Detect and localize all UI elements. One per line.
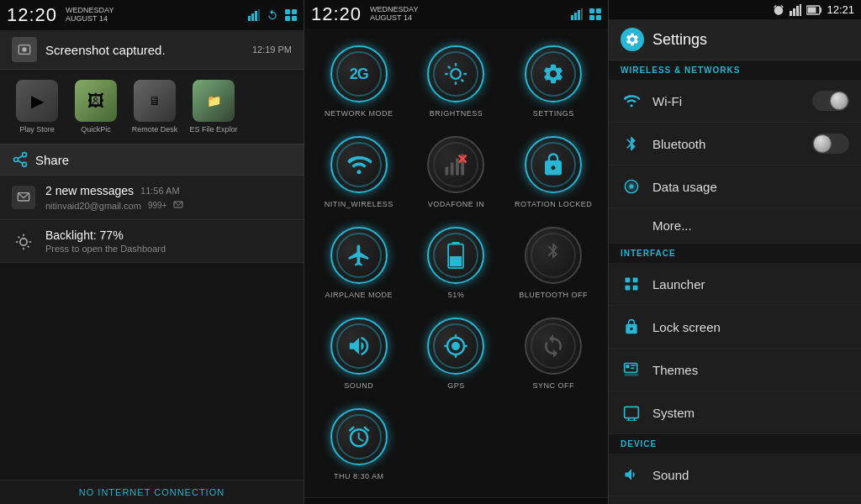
status-bar-2: 12:20 WEDNESDAY AUGUST 14 [304, 0, 608, 29]
svg-rect-3 [258, 9, 260, 21]
wifi-toggle[interactable] [812, 91, 849, 111]
tile-label-battery: 51% [448, 291, 465, 299]
tile-settings[interactable]: SETTINGS [505, 37, 601, 126]
app-icon-remotedesk[interactable]: 🖥 Remote Desk [129, 80, 180, 134]
messages-notification[interactable]: 2 new messages 11:56 AM nitinvaid20@gmai… [0, 176, 304, 220]
tile-circle-battery [427, 227, 484, 284]
svg-rect-2 [255, 11, 257, 21]
notification-panel: 12:20 WEDNESDAY AUGUST 14 [0, 0, 304, 504]
section-wireless-label: WIRELESS & NETWORKS [621, 66, 740, 75]
settings-title: Settings [652, 31, 707, 49]
tile-vodafone[interactable]: VODAFONE IN [409, 128, 504, 217]
tile-circle-rotation [525, 136, 582, 193]
sound-label: Sound [652, 468, 849, 482]
svg-rect-62 [626, 365, 629, 368]
playstore-label: Play Store [19, 125, 55, 134]
settings-header: Settings [609, 19, 861, 60]
wifi-label: Wi-Fi [652, 94, 802, 108]
inner-ring-network: 2G [336, 51, 382, 97]
settings-item-data[interactable]: Data usage [609, 165, 861, 208]
date-1: AUGUST 14 [66, 15, 114, 24]
inner-ring-alarm [336, 414, 382, 459]
settings-item-display[interactable]: Display [609, 496, 861, 504]
app-icons-row: ▶ Play Store 🖼 QuickPic 🖥 Remote Desk 📁 … [0, 70, 304, 144]
settings-item-sound[interactable]: Sound [609, 454, 861, 496]
sync-icon [541, 333, 566, 359]
svg-rect-42 [456, 159, 459, 176]
playstore-icon: ▶ [16, 80, 58, 122]
svg-rect-55 [808, 7, 816, 13]
settings-item-themes[interactable]: Themes [609, 349, 861, 391]
svg-rect-63 [631, 365, 636, 366]
svg-rect-54 [820, 8, 821, 13]
tile-gps[interactable]: GPS [409, 309, 504, 398]
svg-rect-0 [248, 16, 251, 21]
wifi-icon-tile [346, 152, 372, 177]
airplane-icon [346, 243, 372, 268]
section-device-label: DEVICE [621, 439, 657, 449]
share-icon [12, 151, 29, 168]
remotedesk-label: Remote Desk [132, 125, 178, 134]
sound-icon [346, 333, 372, 359]
svg-rect-24 [571, 15, 573, 20]
tile-circle-network: 2G [330, 45, 388, 102]
tile-battery[interactable]: 51% [409, 218, 504, 307]
tile-circle-airplane [330, 227, 388, 284]
settings-gear-icon [621, 28, 644, 51]
tile-circle-sound [330, 318, 388, 375]
tile-sound[interactable]: SOUND [311, 309, 407, 398]
tile-label-gps: GPS [447, 381, 465, 390]
messages-icon [12, 186, 35, 209]
tile-airplane[interactable]: AIRPLANE MODE [311, 218, 407, 307]
tile-label-settings: SETTINGS [533, 109, 574, 118]
app-icon-playstore[interactable]: ▶ Play Store [12, 80, 62, 134]
tile-circle-gps [427, 318, 484, 375]
tile-bluetooth[interactable]: BLUETOOTH OFF [505, 218, 601, 307]
tile-brightness[interactable]: BRIGHTNESS [409, 37, 504, 126]
app-icon-esfile[interactable]: 📁 ES File Explor [188, 80, 239, 134]
signal-x-icon [443, 152, 468, 177]
inner-ring-bluetooth [531, 233, 576, 278]
themes-label: Themes [652, 363, 849, 377]
tile-circle-bluetooth [525, 227, 582, 284]
bluetooth-settings-icon [621, 133, 642, 155]
tile-wifi[interactable]: NITIN_WIRELESS [311, 128, 407, 217]
svg-rect-51 [796, 6, 799, 16]
settings-item-wifi[interactable]: Wi-Fi [609, 80, 861, 123]
tile-alarm[interactable]: THU 8:30 AM [311, 400, 407, 489]
tile-circle-wifi [330, 136, 388, 193]
app-icon-quickpic[interactable]: 🖼 QuickPic [71, 80, 121, 134]
screenshot-notification[interactable]: Screenshot captured. 12:19 PM [0, 30, 304, 70]
status-bar-1: 12:20 WEDNESDAY AUGUST 14 [0, 0, 304, 30]
settings-item-bluetooth[interactable]: Bluetooth [609, 123, 861, 165]
svg-rect-40 [446, 167, 449, 176]
svg-point-39 [357, 170, 361, 174]
tile-circle-vodafone [427, 136, 484, 193]
svg-point-17 [20, 239, 27, 245]
settings-panel: 12:21 Settings WIRELESS & NETWORKS Wi-Fi [609, 0, 861, 504]
tile-label-bluetooth: BLUETOOTH OFF [519, 291, 588, 299]
tile-sync[interactable]: SYNC OFF [505, 309, 601, 398]
tile-label-brightness: BRIGHTNESS [430, 109, 483, 118]
tile-rotation[interactable]: ROTATION LOCKED [505, 128, 601, 217]
settings-item-system[interactable]: System [609, 391, 861, 434]
tile-label-sound: SOUND [344, 381, 373, 390]
share-bar[interactable]: Share [0, 144, 304, 176]
themes-settings-icon [621, 359, 642, 381]
quickpic-label: QuickPic [81, 125, 111, 134]
quick-settings-panel: 12:20 WEDNESDAY AUGUST 14 [304, 0, 609, 504]
tile-network-mode[interactable]: 2G NETWORK MODE [311, 37, 407, 126]
rotation-lock-icon [541, 152, 566, 177]
screenshot-title: Screenshot captured. [45, 43, 166, 57]
backlight-notification[interactable]: Backlight: 77% Press to open the Dashboa… [0, 220, 304, 263]
email-icon-small [173, 200, 183, 210]
tile-label-alarm: THU 8:30 AM [334, 472, 384, 480]
bluetooth-toggle[interactable] [812, 134, 849, 154]
settings-item-lockscreen[interactable]: Lock screen [609, 306, 861, 349]
status-bar-3: 12:21 [609, 0, 861, 19]
settings-item-launcher[interactable]: Launcher [609, 263, 861, 306]
messages-body: 2 new messages 11:56 AM nitinvaid20@gmai… [45, 184, 292, 211]
settings-item-more[interactable]: More... [609, 208, 861, 244]
battery-icon [446, 242, 466, 269]
svg-point-12 [23, 162, 27, 166]
